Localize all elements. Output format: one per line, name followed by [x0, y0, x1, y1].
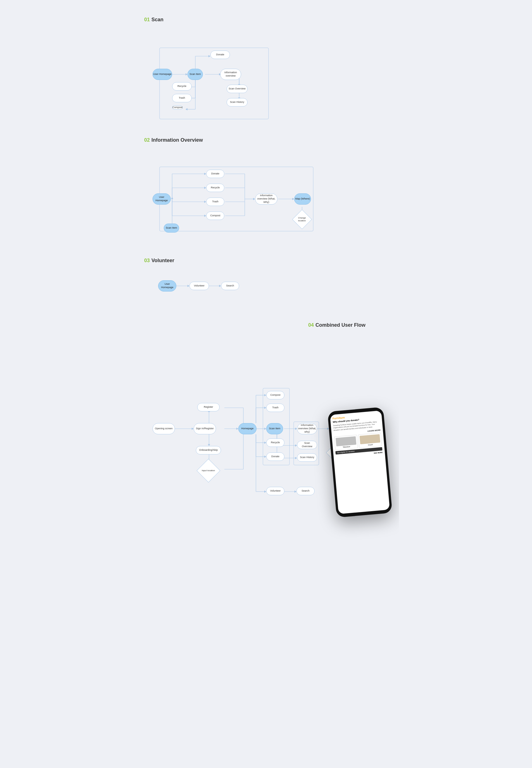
section-combined: 04 Combined User Flow — [144, 322, 388, 521]
combined-node-opening: Opening screen — [153, 423, 175, 434]
section-label-volunteer: Volunteer — [151, 258, 174, 264]
svg-marker-84 — [295, 428, 297, 430]
phone-item-couch-img — [360, 434, 380, 444]
scan-node-donate: Donate — [210, 51, 230, 59]
combined-node-register: Register — [197, 403, 220, 411]
scan-node-info-overview: Information overview — [220, 69, 241, 80]
section-label-scan: Scan — [151, 17, 163, 23]
svg-marker-40 — [253, 198, 255, 200]
section-info: 02 Information Overview — [144, 137, 388, 241]
combined-node-onboarding: Onboarding/Skip — [196, 446, 221, 454]
section-volunteer: 03 Volunteer User Homepage Volunteer Sea… — [144, 258, 388, 305]
svg-marker-76 — [264, 442, 266, 444]
combined-node-trash: Trash — [266, 404, 284, 412]
section-label-combined: Combined User Flow — [315, 322, 365, 328]
svg-marker-15 — [186, 108, 187, 110]
svg-marker-53 — [192, 428, 194, 430]
svg-marker-71 — [264, 407, 266, 409]
combined-node-signin: Sign In/Register — [194, 423, 216, 434]
section-num-info: 02 — [144, 137, 150, 143]
scan-node-user-homepage: User Homepage — [153, 69, 172, 80]
section-num-combined: 04 — [308, 322, 314, 328]
combined-node-volunteer: Volunteer — [266, 487, 284, 495]
info-node-change-location: Changelocation — [292, 210, 312, 229]
combined-node-input-location: Input location — [197, 459, 220, 483]
svg-marker-73 — [264, 428, 266, 430]
combined-node-compost: Compost — [266, 391, 284, 399]
svg-marker-23 — [204, 173, 206, 175]
section-num-volunteer: 03 — [144, 258, 150, 264]
combined-node-search: Search — [296, 487, 315, 495]
phone-screen: Furniture Why should you donate? Donatin… — [330, 411, 390, 514]
phone-mockup: Furniture Why should you donate? Donatin… — [332, 409, 388, 515]
section-title-scan: 01 Scan — [144, 17, 388, 23]
info-node-recycle: Recycle — [206, 184, 224, 192]
combined-node-recycle: Recycle — [266, 438, 284, 447]
scan-node-trash: Trash — [172, 94, 192, 102]
phone-item-couch: Couch — [358, 433, 382, 448]
section-scan: 01 Scan — [144, 17, 388, 120]
svg-marker-82 — [264, 490, 266, 493]
section-label-info: Information Overview — [151, 137, 203, 143]
svg-marker-90 — [295, 457, 297, 459]
page: 01 Scan — [133, 0, 399, 554]
svg-marker-51 — [219, 285, 221, 287]
svg-marker-79 — [264, 456, 266, 458]
section-title-info: 02 Information Overview — [144, 137, 388, 143]
svg-marker-6 — [208, 55, 210, 57]
scan-node-recycle: Recycle — [172, 82, 192, 91]
info-node-info-overview: Information overview (What, Why) — [255, 193, 277, 205]
combined-node-scan-history: Scan History — [297, 453, 317, 462]
info-node-user-homepage: User Homepage — [153, 193, 171, 205]
svg-marker-1 — [186, 73, 187, 75]
info-flow-area: User Homepage Donate Recycle Trash Compo… — [144, 151, 388, 241]
combined-node-scan-overview: ScanOverview — [297, 441, 317, 449]
combined-node-scan-item: Scan Item — [266, 423, 283, 434]
combined-flow-area: Opening screen Sign In/Register Register… — [144, 336, 388, 521]
phone-outer: Furniture Why should you donate? Donatin… — [327, 407, 392, 518]
svg-marker-87 — [295, 444, 297, 447]
vol-node-volunteer: Volunteer — [189, 282, 209, 290]
vol-node-search: Search — [221, 282, 239, 290]
scan-node-scan-item: Scan Item — [187, 69, 203, 80]
phone-item-tv-img — [336, 436, 356, 446]
combined-node-homepage: Homepage — [238, 423, 257, 434]
scan-node-compost: Compost — [172, 106, 183, 110]
svg-rect-47 — [160, 167, 313, 231]
section-title-volunteer: 03 Volunteer — [144, 258, 388, 264]
section-title-combined: 04 Combined User Flow — [144, 322, 388, 328]
svg-marker-32 — [204, 215, 206, 217]
scan-node-scan-history: Scan History — [227, 98, 248, 106]
volunteer-flow-area: User Homepage Volunteer Search — [144, 272, 388, 305]
info-node-compost: Compost — [206, 212, 224, 220]
scan-node-scan-overview: Scan Overview — [227, 85, 248, 93]
section-num-scan: 01 — [144, 17, 150, 23]
phone-item-television: Television — [334, 435, 358, 450]
info-node-map: Map (Where) — [294, 193, 311, 205]
svg-marker-46 — [171, 197, 173, 199]
combined-node-info-overview: Information overview (What, why) — [297, 423, 317, 434]
svg-marker-61 — [236, 428, 238, 430]
info-node-scan-item: Scan Item — [164, 224, 179, 233]
svg-marker-57 — [208, 444, 210, 446]
svg-marker-96 — [295, 490, 296, 493]
vol-node-user-homepage: User Homepage — [158, 280, 176, 291]
info-node-donate: Donate — [206, 170, 224, 178]
svg-marker-26 — [204, 187, 206, 189]
combined-node-donate: Donate — [266, 452, 284, 461]
scan-flow-area: User Homepage Scan Item Information over… — [144, 31, 388, 120]
svg-marker-68 — [264, 394, 266, 396]
svg-marker-42 — [292, 198, 294, 200]
svg-marker-49 — [187, 285, 189, 287]
svg-marker-29 — [204, 201, 206, 203]
info-node-trash: Trash — [206, 198, 224, 206]
